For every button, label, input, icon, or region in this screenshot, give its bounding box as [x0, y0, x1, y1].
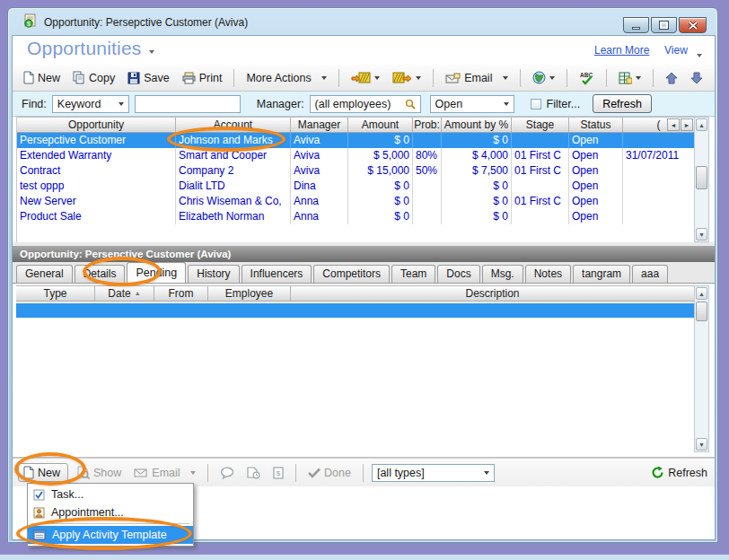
- column-header-manager[interactable]: Manager: [291, 118, 348, 132]
- minimize-button[interactable]: [623, 17, 649, 33]
- cell-stage: 01 First C: [512, 194, 569, 209]
- scroll-up-icon[interactable]: ▲: [696, 118, 707, 131]
- tab-influencers[interactable]: Influencers: [242, 265, 312, 283]
- column-scroll-right-button[interactable]: ►: [681, 118, 693, 131]
- window-titlebar[interactable]: $ Opportunity: Persepctive Customer (Avi…: [8, 8, 717, 35]
- tab-pending[interactable]: Pending: [127, 262, 186, 283]
- column-header-from[interactable]: From: [154, 286, 208, 301]
- view-menu[interactable]: View: [664, 44, 688, 57]
- document-button[interactable]: $: [269, 465, 287, 481]
- menu-item-appointment[interactable]: Appointment...: [28, 503, 193, 521]
- table-row[interactable]: Product Sale Elizabeth Norman Anna $ 0 $…: [17, 209, 694, 224]
- tab-competitors[interactable]: Competitors: [313, 265, 390, 283]
- new-activity-button[interactable]: New: [18, 463, 68, 482]
- activities-table-header[interactable]: Type Date▲ From Employee Description: [16, 285, 694, 302]
- note-button[interactable]: [216, 465, 238, 481]
- web-button[interactable]: [529, 69, 558, 86]
- column-header-account[interactable]: Account: [176, 118, 291, 132]
- refresh-button[interactable]: Refresh: [593, 94, 652, 113]
- save-button[interactable]: Save: [124, 70, 173, 86]
- learn-more-link[interactable]: Learn More: [594, 44, 649, 57]
- table-row[interactable]: Contract Company 2 Aviva $ 15,000 50% $ …: [17, 163, 694, 179]
- table-row[interactable]: New Server Chris Wiseman & Co, Anna $ 0 …: [17, 194, 694, 209]
- column-header-opportunity[interactable]: Opportunity: [17, 118, 176, 132]
- close-button[interactable]: [679, 17, 707, 33]
- activities-scrollbar[interactable]: ▲ ▼: [694, 285, 709, 452]
- manager-select[interactable]: (all employees): [310, 95, 421, 113]
- column-header-status[interactable]: Status: [569, 118, 623, 132]
- activity-type-filter[interactable]: [all types]: [372, 464, 495, 482]
- show-activity-button[interactable]: Show: [74, 464, 125, 481]
- tab-details[interactable]: Details: [75, 265, 126, 283]
- tab-history[interactable]: History: [188, 265, 239, 283]
- scrollbar-thumb[interactable]: [696, 166, 707, 189]
- scroll-down-icon[interactable]: ▼: [696, 438, 707, 451]
- column-header-type[interactable]: Type: [16, 286, 95, 301]
- refresh-activities-button[interactable]: Refresh: [651, 466, 707, 479]
- email-button[interactable]: Email: [442, 70, 512, 86]
- tab-tangram[interactable]: tangram: [573, 265, 630, 283]
- move-up-button[interactable]: [662, 70, 681, 86]
- table-row[interactable]: test oppp Dialit LTD Dina $ 0 $ 0 Open: [17, 179, 694, 194]
- page-title-dropdown-icon[interactable]: [149, 45, 154, 57]
- toolbar-separator: [338, 69, 339, 87]
- new-button[interactable]: New: [20, 69, 64, 86]
- cell-stage: [512, 179, 569, 194]
- cell-status: Open: [569, 194, 623, 209]
- status-select[interactable]: Open: [430, 95, 514, 113]
- tab-docs[interactable]: Docs: [437, 265, 479, 283]
- move-down-button[interactable]: [687, 70, 707, 86]
- column-header-date[interactable]: Date▲: [95, 286, 154, 301]
- table-row[interactable]: Extended Warranty Smart and Cooper Aviva…: [17, 148, 694, 163]
- column-header-employee[interactable]: Employee: [208, 286, 291, 301]
- restore-button[interactable]: [651, 17, 677, 33]
- cell-manager: Anna: [291, 194, 348, 209]
- cell-amount-by: $ 0: [442, 209, 512, 224]
- filter-checkbox[interactable]: [531, 99, 541, 109]
- column-header-prob[interactable]: Prob:: [413, 118, 442, 132]
- task-icon: [33, 489, 45, 501]
- scrollbar-thumb[interactable]: [696, 302, 707, 321]
- new-activity-context-menu: Task... Appointment... Apply Activity Te…: [27, 483, 194, 547]
- tab-aaa[interactable]: aaa: [632, 265, 668, 283]
- more-actions-button[interactable]: More Actions: [242, 70, 330, 86]
- sync-out-button[interactable]: [389, 69, 425, 86]
- schedule-button[interactable]: [243, 465, 264, 481]
- tab-notes[interactable]: Notes: [525, 265, 571, 283]
- column-scroll-left-button[interactable]: ◄: [667, 118, 680, 131]
- column-header-description[interactable]: Description: [291, 286, 694, 301]
- scroll-down-icon[interactable]: ▼: [696, 228, 707, 241]
- sync-in-button[interactable]: [347, 69, 383, 86]
- tab-bar: General Details Pending History Influenc…: [13, 262, 715, 284]
- copy-icon: [73, 71, 85, 84]
- find-type-select[interactable]: Keyword: [52, 95, 129, 113]
- opportunities-table-header[interactable]: Opportunity Account Manager Amount Prob:…: [17, 117, 694, 133]
- view-dropdown-icon[interactable]: [697, 48, 702, 61]
- search-input[interactable]: [135, 95, 241, 113]
- table-scrollbar[interactable]: ▲ ▼: [694, 117, 709, 242]
- spellcheck-button[interactable]: ABC: [575, 69, 598, 87]
- tab-general[interactable]: General: [16, 265, 73, 283]
- cell-opportunity: Product Sale: [17, 209, 176, 224]
- cell-amount: $ 5,000: [348, 148, 413, 163]
- column-header-amount-by[interactable]: Amount by %: [442, 118, 512, 132]
- tab-msg[interactable]: Msg.: [482, 265, 523, 283]
- column-header-stage[interactable]: Stage: [512, 118, 569, 132]
- menu-item-task[interactable]: Task...: [28, 486, 193, 503]
- column-header-amount[interactable]: Amount: [348, 118, 413, 132]
- done-button[interactable]: Done: [304, 465, 355, 481]
- tab-team[interactable]: Team: [391, 265, 435, 283]
- cell-status: Open: [569, 148, 623, 163]
- export-excel-button[interactable]: [615, 70, 645, 86]
- table-row[interactable]: Persepctive Customer Johnson and Marks A…: [17, 133, 694, 148]
- menu-apply-activity-template[interactable]: Apply Activity Template: [28, 526, 193, 544]
- email-activity-button[interactable]: Email: [130, 465, 199, 481]
- cell-opportunity: Extended Warranty: [17, 148, 176, 163]
- selected-activity-row[interactable]: [16, 303, 694, 318]
- page-clock-icon: [247, 467, 260, 479]
- menu-separator: [31, 523, 189, 524]
- print-button[interactable]: Print: [179, 70, 226, 86]
- copy-button[interactable]: Copy: [69, 69, 119, 86]
- scroll-up-icon[interactable]: ▲: [696, 287, 707, 300]
- cell-account: Smart and Cooper: [176, 148, 291, 163]
